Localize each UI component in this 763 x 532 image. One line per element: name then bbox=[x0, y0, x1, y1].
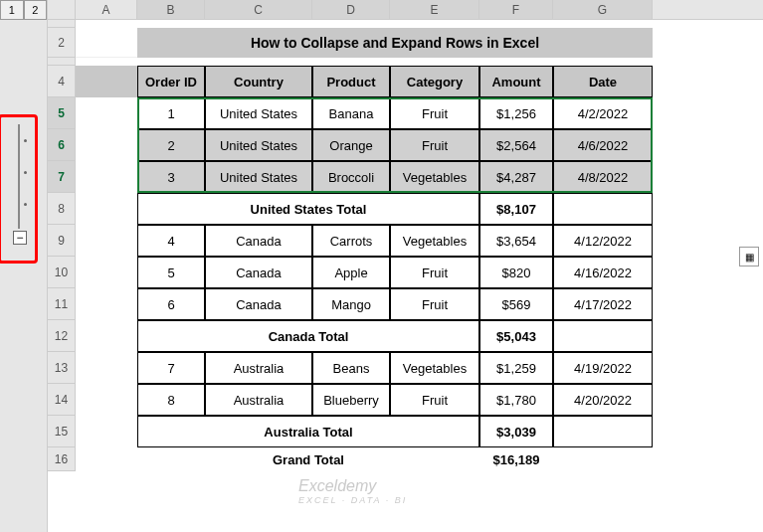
col-header-A[interactable]: A bbox=[76, 0, 137, 19]
hdr-date[interactable]: Date bbox=[553, 66, 653, 97]
cell[interactable]: $1,259 bbox=[479, 352, 553, 384]
cell[interactable]: 4/12/2022 bbox=[553, 225, 653, 257]
cell[interactable]: $569 bbox=[479, 288, 553, 320]
hdr-category[interactable]: Category bbox=[390, 66, 479, 97]
cell[interactable]: 4/19/2022 bbox=[553, 352, 653, 384]
cell[interactable]: Broccoli bbox=[312, 161, 390, 193]
cell[interactable]: 5 bbox=[137, 257, 205, 288]
cell[interactable]: Canada bbox=[205, 225, 312, 257]
row-header-2[interactable]: 2 bbox=[48, 28, 76, 58]
row-header-5[interactable]: 5 bbox=[48, 97, 76, 129]
cell[interactable] bbox=[76, 416, 137, 447]
cell[interactable]: United States bbox=[205, 97, 312, 129]
cell[interactable] bbox=[76, 66, 137, 97]
row-header-3[interactable]: 3 bbox=[48, 58, 76, 66]
subtotal-amount[interactable]: $5,043 bbox=[479, 320, 553, 352]
cell[interactable]: Beans bbox=[312, 352, 390, 384]
cell[interactable]: $4,287 bbox=[479, 161, 553, 193]
hdr-product[interactable]: Product bbox=[312, 66, 390, 97]
subtotal-amount[interactable]: $8,107 bbox=[479, 193, 553, 225]
hdr-amount[interactable]: Amount bbox=[479, 66, 553, 97]
subtotal-label[interactable]: United States Total bbox=[137, 193, 479, 225]
col-header-E[interactable]: E bbox=[390, 0, 479, 19]
cell[interactable] bbox=[76, 352, 137, 384]
row-header-16[interactable]: 16 bbox=[48, 447, 76, 471]
cell[interactable]: $1,256 bbox=[479, 97, 553, 129]
cell[interactable]: 4/20/2022 bbox=[553, 384, 653, 416]
col-header-D[interactable]: D bbox=[312, 0, 390, 19]
cell[interactable]: $3,654 bbox=[479, 225, 553, 257]
row-header-12[interactable]: 12 bbox=[48, 320, 76, 352]
cell[interactable] bbox=[76, 161, 137, 193]
cell[interactable]: 4/16/2022 bbox=[553, 257, 653, 288]
cell[interactable]: Vegetables bbox=[390, 161, 479, 193]
row-header-10[interactable]: 10 bbox=[48, 257, 76, 288]
cell[interactable]: 4 bbox=[137, 225, 205, 257]
cell[interactable]: United States bbox=[205, 129, 312, 161]
quick-analysis-icon[interactable]: ▦ bbox=[739, 247, 759, 266]
cell[interactable]: Canada bbox=[205, 257, 312, 288]
select-all-corner[interactable] bbox=[48, 0, 76, 19]
cell[interactable]: $2,564 bbox=[479, 129, 553, 161]
cell[interactable]: Mango bbox=[312, 288, 390, 320]
hdr-country[interactable]: Country bbox=[205, 66, 312, 97]
cell[interactable] bbox=[76, 28, 137, 58]
row-header-6[interactable]: 6 bbox=[48, 129, 76, 161]
col-header-B[interactable]: B bbox=[137, 0, 205, 19]
subtotal-label[interactable]: Canada Total bbox=[137, 320, 479, 352]
subtotal-label[interactable]: Australia Total bbox=[137, 416, 479, 447]
cell[interactable]: 1 bbox=[137, 97, 205, 129]
row-header-4[interactable]: 4 bbox=[48, 66, 76, 97]
cell[interactable] bbox=[553, 416, 653, 447]
row-header-15[interactable]: 15 bbox=[48, 416, 76, 447]
grand-total-label[interactable]: Grand Total bbox=[137, 447, 479, 471]
cell[interactable]: 4/17/2022 bbox=[553, 288, 653, 320]
cell[interactable]: Australia bbox=[205, 384, 312, 416]
cell[interactable] bbox=[553, 193, 653, 225]
row-header-1[interactable]: 1 bbox=[48, 20, 76, 28]
cell[interactable]: United States bbox=[205, 161, 312, 193]
cell[interactable]: 2 bbox=[137, 129, 205, 161]
grand-total-amount[interactable]: $16,189 bbox=[479, 447, 553, 471]
cell[interactable] bbox=[553, 320, 653, 352]
cell[interactable] bbox=[553, 447, 653, 471]
cell[interactable] bbox=[76, 97, 137, 129]
title-cell[interactable]: How to Collapse and Expand Rows in Excel bbox=[137, 28, 653, 58]
row-header-8[interactable]: 8 bbox=[48, 193, 76, 225]
cell[interactable]: Apple bbox=[312, 257, 390, 288]
outline-level-1[interactable]: 1 bbox=[0, 0, 24, 20]
cell[interactable]: Vegetables bbox=[390, 352, 479, 384]
cell[interactable]: $820 bbox=[479, 257, 553, 288]
row-header-13[interactable]: 13 bbox=[48, 352, 76, 384]
cell[interactable]: 4/8/2022 bbox=[553, 161, 653, 193]
cell[interactable]: Blueberry bbox=[312, 384, 390, 416]
cell[interactable] bbox=[76, 384, 137, 416]
cell[interactable]: Fruit bbox=[390, 288, 479, 320]
cell[interactable] bbox=[76, 257, 137, 288]
cell[interactable]: Carrots bbox=[312, 225, 390, 257]
cell[interactable]: Fruit bbox=[390, 129, 479, 161]
cell[interactable] bbox=[76, 447, 137, 471]
hdr-order-id[interactable]: Order ID bbox=[137, 66, 205, 97]
cell[interactable]: 7 bbox=[137, 352, 205, 384]
cell[interactable]: Fruit bbox=[390, 384, 479, 416]
row-header-11[interactable]: 11 bbox=[48, 288, 76, 320]
cell[interactable]: 6 bbox=[137, 288, 205, 320]
col-header-F[interactable]: F bbox=[479, 0, 553, 19]
cell[interactable] bbox=[76, 129, 137, 161]
outline-level-2[interactable]: 2 bbox=[24, 0, 48, 20]
col-header-G[interactable]: G bbox=[553, 0, 653, 19]
cell[interactable]: Vegetables bbox=[390, 225, 479, 257]
cell[interactable]: 4/2/2022 bbox=[553, 97, 653, 129]
cell[interactable]: 4/6/2022 bbox=[553, 129, 653, 161]
row-header-7[interactable]: 7 bbox=[48, 161, 76, 193]
cell[interactable]: 8 bbox=[137, 384, 205, 416]
cell[interactable]: Canada bbox=[205, 288, 312, 320]
cell[interactable] bbox=[76, 288, 137, 320]
subtotal-amount[interactable]: $3,039 bbox=[479, 416, 553, 447]
col-header-C[interactable]: C bbox=[205, 0, 312, 19]
cell[interactable]: Orange bbox=[312, 129, 390, 161]
row-header-9[interactable]: 9 bbox=[48, 225, 76, 257]
cell[interactable]: Fruit bbox=[390, 97, 479, 129]
cell[interactable]: Banana bbox=[312, 97, 390, 129]
